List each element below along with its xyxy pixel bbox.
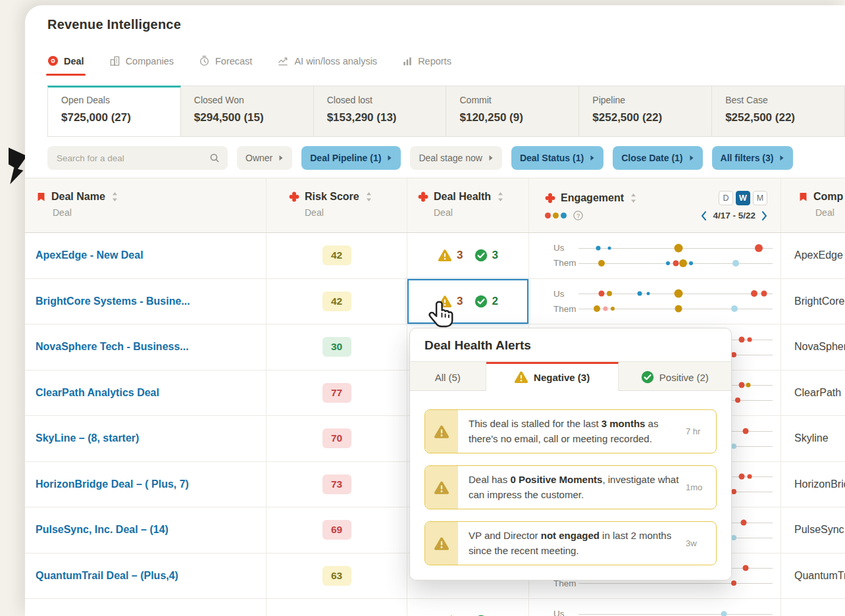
company-cell: HorizonBridge bbox=[781, 462, 845, 507]
engagement-dot bbox=[675, 305, 682, 313]
deal-name-link[interactable]: PulseSync, Inc. Deal – (14) bbox=[36, 524, 168, 536]
popup-tab-negative[interactable]: Negative (3) bbox=[486, 362, 619, 391]
deal-health-cell[interactable] bbox=[407, 599, 528, 616]
column-header-deal-name[interactable]: Deal Name Deal bbox=[25, 178, 266, 232]
nav-tab-forecast[interactable]: Forecast bbox=[199, 55, 252, 76]
filter-chip-label: All filters (3) bbox=[721, 153, 774, 163]
engagement-dot bbox=[674, 244, 682, 252]
sort-icon[interactable] bbox=[630, 193, 636, 203]
popup-alert-list: This deal is stalled for the last 3 mont… bbox=[410, 391, 731, 580]
deal-name-link[interactable]: ClearPath Analytics Deal bbox=[36, 387, 159, 399]
nav-tab-deal[interactable]: Deal bbox=[47, 55, 84, 76]
reports-icon bbox=[402, 56, 413, 66]
filter-chip-deal-stage-now[interactable]: Deal stage now bbox=[410, 146, 502, 170]
alert-timestamp: 7 hr bbox=[686, 410, 716, 453]
company-cell: ClearPath bbox=[781, 371, 845, 416]
engagement-timeline bbox=[578, 609, 773, 616]
column-header-risk-score[interactable]: Risk Score Deal bbox=[266, 178, 407, 232]
legend-dot-blue bbox=[561, 213, 567, 218]
alert-card: This deal is stalled for the last 3 mont… bbox=[424, 409, 717, 453]
summary-card-best-case[interactable]: Best Case$252,500 (22) bbox=[712, 86, 845, 137]
deal-name-link[interactable]: NovaSphere Tech - Business... bbox=[36, 341, 189, 353]
engagement-dot bbox=[666, 261, 670, 265]
engagement-row-label: Them bbox=[553, 258, 578, 268]
chevron-right-icon[interactable] bbox=[761, 211, 767, 220]
deal-name-link[interactable]: ApexEdge - New Deal bbox=[36, 249, 143, 261]
filter-chip-all-filters[interactable]: All filters (3) bbox=[712, 146, 794, 170]
forecast-icon bbox=[199, 55, 210, 66]
date-range-label: 4/17 - 5/22 bbox=[713, 211, 755, 220]
risk-score-badge: 73 bbox=[322, 475, 351, 494]
engagement-dot bbox=[637, 292, 642, 296]
risk-metric-icon bbox=[289, 192, 299, 202]
legend-dot-red bbox=[545, 213, 551, 218]
filter-chip-label: Deal Pipeline (1) bbox=[310, 153, 381, 163]
search-input[interactable] bbox=[55, 153, 204, 164]
summary-card-closed-won[interactable]: Closed Won$294,500 (15) bbox=[181, 86, 314, 137]
period-button-w[interactable]: W bbox=[736, 191, 750, 205]
deal-search[interactable] bbox=[47, 146, 228, 170]
period-button-d[interactable]: D bbox=[719, 191, 733, 205]
deal-name-link[interactable]: BrightCore Systems - Busine... bbox=[36, 295, 190, 307]
engagement-dot bbox=[598, 260, 605, 267]
warning-icon bbox=[425, 522, 458, 565]
deal-name-cell bbox=[25, 599, 266, 616]
engagement-timeline bbox=[578, 259, 773, 268]
nav-tab-companies[interactable]: Companies bbox=[109, 55, 174, 76]
filter-chip-owner[interactable]: Owner bbox=[237, 146, 292, 170]
filter-chip-close-date[interactable]: Close Date (1) bbox=[613, 146, 702, 170]
table-row[interactable]: ApexEdge - New Deal4233UsThemApexEdge bbox=[25, 233, 845, 279]
card-label: Commit bbox=[459, 95, 578, 105]
deal-name-link[interactable]: QuantumTrail Deal – (Plus,4) bbox=[36, 570, 178, 582]
risk-score-cell: 70 bbox=[266, 416, 407, 461]
engagement-legend bbox=[545, 213, 567, 218]
engagement-dot bbox=[740, 519, 746, 525]
companies-icon bbox=[109, 55, 120, 66]
engagement-dot bbox=[647, 292, 650, 295]
page-title: Revenue Intelligence bbox=[47, 17, 181, 32]
column-header-company[interactable]: Comp Deal bbox=[781, 178, 845, 232]
engagement-dot bbox=[731, 489, 736, 494]
deal-name-link[interactable]: SkyLine – (8, starter) bbox=[36, 432, 139, 444]
nav-tab-reports[interactable]: Reports bbox=[402, 55, 451, 76]
risk-score-cell bbox=[266, 599, 407, 616]
filter-chip-deal-status[interactable]: Deal Status (1) bbox=[511, 146, 603, 170]
deal-name-cell: SkyLine – (8, starter) bbox=[25, 416, 266, 461]
popup-tab-positive[interactable]: Positive (2) bbox=[619, 362, 731, 391]
summary-card-commit[interactable]: Commit$120,250 (9) bbox=[446, 86, 579, 137]
deal-health-cell[interactable]: 33 bbox=[407, 233, 528, 278]
engagement-dot bbox=[603, 307, 608, 311]
deal-name-link[interactable]: HorizonBridge Deal – ( Plus, 7) bbox=[36, 478, 189, 490]
sort-icon[interactable] bbox=[498, 192, 503, 201]
engagement-row: Us bbox=[553, 609, 769, 616]
engagement-dot bbox=[738, 474, 744, 480]
engagement-row-label: Them bbox=[553, 304, 578, 314]
engagement-timeline bbox=[578, 304, 773, 313]
summary-card-open-deals[interactable]: Open Deals$725,000 (27) bbox=[47, 86, 181, 137]
table-row[interactable]: UsThem bbox=[25, 599, 845, 616]
positive-count: 3 bbox=[492, 249, 498, 262]
caret-right-icon bbox=[590, 155, 595, 161]
nav-tab-ai-win-loss-analysis[interactable]: AI win/loss analysis bbox=[277, 55, 377, 76]
sort-icon[interactable] bbox=[366, 192, 372, 201]
negative-count: 3 bbox=[457, 249, 463, 262]
filter-chip-label: Deal Status (1) bbox=[520, 153, 584, 163]
column-header-engagement[interactable]: Engagement DWM ? bbox=[528, 178, 781, 232]
deal-health-cell[interactable]: 32 bbox=[407, 279, 528, 324]
summary-card-pipeline[interactable]: Pipeline$252,500 (22) bbox=[579, 86, 712, 137]
date-range-nav: 4/17 - 5/22 bbox=[701, 211, 767, 220]
engagement-dot bbox=[731, 352, 736, 357]
sort-icon[interactable] bbox=[112, 192, 118, 201]
column-header-deal-health[interactable]: Deal Health Deal bbox=[407, 178, 528, 232]
alert-timestamp: 1mo bbox=[686, 466, 716, 509]
popup-tab-label: Positive (2) bbox=[659, 372, 709, 383]
company-cell bbox=[781, 599, 845, 616]
summary-card-closed-lost[interactable]: Closed lost$153,290 (13) bbox=[314, 86, 447, 137]
chevron-left-icon[interactable] bbox=[701, 211, 707, 220]
popup-tab-all[interactable]: All (5) bbox=[410, 362, 486, 391]
period-button-m[interactable]: M bbox=[753, 191, 767, 205]
engagement-dot bbox=[599, 291, 605, 297]
help-icon[interactable]: ? bbox=[573, 211, 583, 220]
filter-chip-deal-pipeline[interactable]: Deal Pipeline (1) bbox=[301, 146, 401, 170]
company-name: ApexEdge bbox=[794, 249, 843, 261]
